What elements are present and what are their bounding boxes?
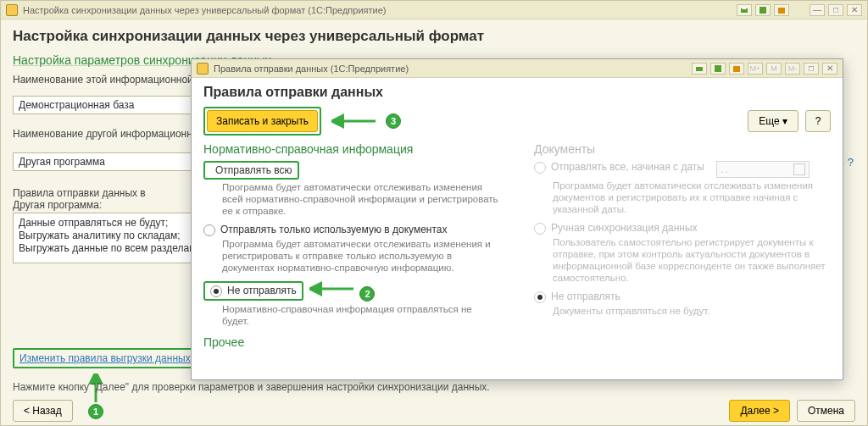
modal-title: Правила отправки данных bbox=[203, 85, 831, 100]
help-icon[interactable]: ? bbox=[848, 156, 854, 169]
nsi-heading: Нормативно-справочная информация bbox=[203, 142, 500, 156]
other-heading: Прочее bbox=[203, 335, 500, 349]
svg-rect-3 bbox=[778, 8, 785, 14]
opt-not-send-highlight: Не отправлять bbox=[203, 281, 303, 301]
footer: Нажмите кнопку "Далее" для проверки пара… bbox=[1, 376, 867, 425]
desc-manual: Пользователь самостоятельно регистрирует… bbox=[553, 236, 831, 284]
svg-rect-2 bbox=[760, 7, 766, 14]
annotation-arrow-2 bbox=[309, 280, 357, 297]
opt-send-all-label: Отправлять всю bbox=[215, 164, 292, 176]
modal-calendar-icon[interactable] bbox=[729, 63, 744, 75]
opt-manual-label: Ручная синхронизация данных bbox=[551, 222, 698, 234]
radio-manual bbox=[534, 223, 546, 235]
m-minus-icon[interactable]: M- bbox=[785, 63, 800, 75]
cancel-button[interactable]: Отмена bbox=[797, 400, 855, 422]
more-button-label: Еще bbox=[759, 115, 779, 127]
m-plus-icon[interactable]: M+ bbox=[748, 63, 763, 75]
modal-window: Правила отправки данных (1С:Предприятие)… bbox=[191, 58, 843, 380]
modal-titlebar: Правила отправки данных (1С:Предприятие)… bbox=[192, 59, 843, 78]
page-title: Настройка синхронизации данных через уни… bbox=[13, 28, 855, 45]
right-col: Документы Отправлять все, начиная с даты… bbox=[534, 142, 831, 349]
save-and-close-button[interactable]: Записать и закрыть bbox=[207, 110, 318, 132]
opt-docs-not-send: Не отправлять bbox=[534, 290, 831, 303]
m-m-icon[interactable]: M bbox=[766, 63, 782, 75]
modal-help-button[interactable]: ? bbox=[805, 110, 831, 132]
print-icon[interactable] bbox=[737, 4, 752, 16]
opt-send-all-highlight: Отправлять всю bbox=[203, 161, 299, 180]
annotation-badge-3: 3 bbox=[386, 113, 401, 129]
desc-from-date: Программа будет автоматически отслеживат… bbox=[553, 180, 831, 215]
svg-rect-5 bbox=[696, 67, 703, 71]
calendar-picker-icon bbox=[793, 163, 805, 175]
app-window: Настройка синхронизации данных через уни… bbox=[0, 0, 868, 426]
svg-rect-7 bbox=[733, 66, 740, 72]
minimize-button[interactable]: — bbox=[810, 4, 825, 16]
change-rules-link-text: Изменить правила выгрузки данных bbox=[19, 352, 191, 364]
close-button[interactable]: ✕ bbox=[847, 4, 862, 16]
calc-icon[interactable] bbox=[755, 4, 771, 16]
modal-body: Правила отправки данных Записать и закры… bbox=[192, 78, 843, 356]
save-button-highlight: Записать и закрыть bbox=[203, 107, 321, 136]
radio-docs-not-send bbox=[534, 291, 546, 303]
back-button[interactable]: < Назад bbox=[13, 400, 73, 422]
main-titlebar: Настройка синхронизации данных через уни… bbox=[1, 1, 867, 19]
opt-not-send-label: Не отправлять bbox=[227, 285, 297, 296]
opt-send-used[interactable]: Отправлять только используемую в докумен… bbox=[203, 224, 500, 236]
modal-window-title: Правила отправки данных (1С:Предприятие) bbox=[214, 64, 409, 74]
radio-send-used[interactable] bbox=[203, 224, 215, 236]
modal-app-icon bbox=[197, 63, 209, 75]
docs-heading: Документы bbox=[534, 142, 831, 156]
annotation-arrow-3 bbox=[331, 113, 379, 130]
modal-restore-button[interactable]: □ bbox=[804, 63, 819, 75]
calendar-icon[interactable] bbox=[774, 4, 789, 16]
svg-rect-1 bbox=[743, 7, 746, 9]
desc-docs-not-send: Документы отправляться не будут. bbox=[553, 305, 831, 317]
opt-from-date-label: Отправлять все, начиная с даты bbox=[551, 161, 704, 173]
maximize-button[interactable]: □ bbox=[828, 4, 843, 16]
titlebar-controls: — □ ✕ bbox=[737, 4, 862, 16]
radio-from-date bbox=[534, 162, 546, 174]
date-input: . . bbox=[716, 161, 810, 178]
opt-manual: Ручная синхронизация данных bbox=[534, 222, 831, 235]
radio-not-send[interactable] bbox=[210, 285, 222, 297]
opt-send-from-date: Отправлять все, начиная с даты . . bbox=[534, 161, 831, 178]
svg-rect-6 bbox=[715, 65, 721, 72]
next-button[interactable]: Далее > bbox=[729, 400, 790, 422]
date-placeholder: . . bbox=[721, 164, 728, 174]
main-window-title: Настройка синхронизации данных через уни… bbox=[23, 5, 386, 15]
footer-hint: Нажмите кнопку "Далее" для проверки пара… bbox=[13, 381, 855, 393]
more-button[interactable]: Еще ▾ bbox=[748, 110, 798, 132]
annotation-badge-2: 2 bbox=[359, 286, 375, 302]
app-icon bbox=[6, 4, 18, 16]
desc-not-send: Нормативно-справочная информация отправл… bbox=[222, 303, 500, 327]
change-rules-link[interactable]: Изменить правила выгрузки данных bbox=[13, 348, 198, 368]
modal-close-button[interactable]: ✕ bbox=[822, 63, 837, 75]
desc-send-all: Программа будет автоматически отслеживат… bbox=[222, 181, 500, 217]
opt-docs-not-send-label: Не отправлять bbox=[551, 290, 620, 302]
modal-calc-icon[interactable] bbox=[710, 63, 726, 75]
desc-send-used: Программа будет автоматически отслеживат… bbox=[222, 238, 500, 274]
modal-print-icon[interactable] bbox=[692, 63, 707, 75]
left-col: Нормативно-справочная информация Отправл… bbox=[203, 142, 500, 349]
opt-send-used-label: Отправлять только используемую в докумен… bbox=[220, 224, 448, 235]
